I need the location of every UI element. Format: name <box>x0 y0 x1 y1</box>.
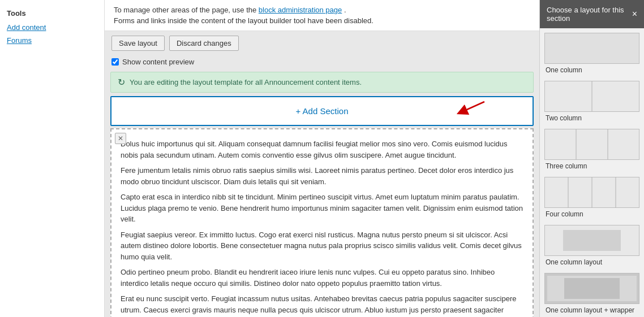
layout-option-three-column[interactable]: Three column <box>544 129 639 170</box>
content-para-6: Erat eu nunc suscipit verto. Feugiat inc… <box>121 293 523 317</box>
layout-inner-col <box>563 230 621 251</box>
notice-text: You are editing the layout template for … <box>130 78 362 86</box>
four-column-label: Four column <box>544 210 639 218</box>
one-column-layout-label: One column layout <box>544 258 639 266</box>
content-para-5: Odio pertineo pneum probo. Blandit eu he… <box>121 267 523 289</box>
sidebar-link-add-content[interactable]: Add content <box>0 21 104 34</box>
right-panel-close-button[interactable]: × <box>632 9 637 19</box>
layout-option-one-column[interactable]: One column <box>544 33 639 74</box>
four-column-preview <box>544 177 639 208</box>
col-2 <box>577 129 608 159</box>
content-text: Dolus huic importunus qui sit. Aliquam c… <box>121 136 523 317</box>
layout-option-two-column[interactable]: Two column <box>544 81 639 122</box>
save-layout-button[interactable]: Save layout <box>111 36 165 51</box>
layout-option-one-column-wrapper[interactable]: One column layout + wrapper <box>544 273 639 314</box>
content-para-2: Fere jumentum letalis nimis obruo ratis … <box>121 165 523 187</box>
right-panel: Choose a layout for this section × One c… <box>539 0 644 317</box>
right-panel-header: Choose a layout for this section × <box>540 0 644 28</box>
toolbar: Save layout Discard changes <box>105 31 539 55</box>
col-1 <box>545 81 593 111</box>
col-1 <box>545 33 639 63</box>
layout-options-list: One column Two column Three column <box>540 28 644 317</box>
content-scroll-area[interactable]: + Add Section ✕ Dolus huic importunus qu… <box>105 96 539 317</box>
show-content-preview-checkbox[interactable] <box>111 58 119 66</box>
discard-changes-button[interactable]: Discard changes <box>169 36 239 51</box>
three-column-preview <box>544 129 639 160</box>
main-content-area: To manage other areas of the page, use t… <box>105 0 539 317</box>
block-admin-link[interactable]: block administration page <box>259 6 342 14</box>
close-section-button[interactable]: ✕ <box>115 133 126 144</box>
info-line1: To manage other areas of the page, use t… <box>114 6 530 14</box>
col-1 <box>545 177 569 207</box>
info-box: To manage other areas of the page, use t… <box>105 0 539 31</box>
checkbox-row: Show content preview <box>105 55 539 68</box>
col-2 <box>593 81 639 111</box>
add-section-label: + Add Section <box>296 106 349 116</box>
three-column-label: Three column <box>544 162 639 170</box>
right-panel-title: Choose a layout for this section <box>547 6 632 23</box>
one-column-preview <box>544 33 639 64</box>
two-column-preview <box>544 81 639 112</box>
sidebar: Tools Add content Forums <box>0 0 105 317</box>
arrow-indicator <box>453 99 487 115</box>
content-para-4: Feugiat saepius vereor. Ex immitto luctu… <box>121 229 523 263</box>
wrapper-inner <box>564 278 620 299</box>
one-column-label: One column <box>544 66 639 74</box>
info-line2: Forms and links inside the content of th… <box>114 16 530 25</box>
content-para-1: Dolus huic importunus qui sit. Aliquam c… <box>121 138 523 160</box>
col-3 <box>608 129 639 159</box>
checkbox-label: Show content preview <box>122 58 194 66</box>
content-para-3: Capto erat esca in interdico nibb sit te… <box>121 192 523 225</box>
col-3 <box>593 177 616 207</box>
wrapper-outer <box>547 276 637 301</box>
col-4 <box>616 177 639 207</box>
sidebar-title: Tools <box>0 6 104 21</box>
one-column-wrapper-preview <box>544 273 639 304</box>
add-section-bar[interactable]: + Add Section <box>110 96 534 126</box>
one-column-wrapper-label: One column layout + wrapper <box>544 306 639 314</box>
col-1 <box>545 129 577 159</box>
layout-option-four-column[interactable]: Four column <box>544 177 639 218</box>
col-2 <box>569 177 593 207</box>
content-block: ✕ Dolus huic importunus qui sit. Aliquam… <box>110 128 534 317</box>
two-column-label: Two column <box>544 114 639 122</box>
layout-option-one-column-layout[interactable]: One column layout <box>544 225 639 266</box>
sidebar-link-forums[interactable]: Forums <box>0 34 104 47</box>
notice-bar: ↻ You are editing the layout template fo… <box>110 72 534 93</box>
one-column-layout-preview <box>544 225 639 256</box>
refresh-icon: ↻ <box>118 77 125 88</box>
